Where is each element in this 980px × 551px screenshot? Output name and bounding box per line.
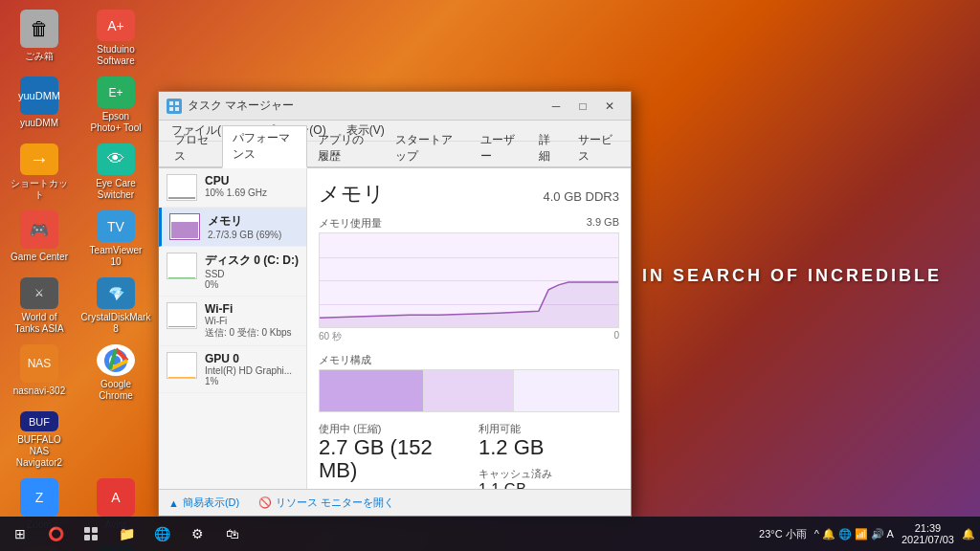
graph-max-label: 3.9 GB (587, 216, 619, 231)
memory-composition-section: メモリ構成 (319, 353, 619, 412)
sidebar-item-memory[interactable]: メモリ 2.7/3.9 GB (69%) (159, 208, 306, 247)
composition-label: メモリ構成 (319, 353, 619, 367)
gpu-detail: Intel(R) HD Graphi...1% (205, 365, 299, 386)
graph-time-labels: 60 秒 0 (319, 330, 619, 343)
sidebar-item-disk[interactable]: ディスク 0 (C: D:) SSD0% (159, 247, 306, 297)
titlebar-left: タスク マネージャー (167, 98, 294, 114)
desktop-icon-wot[interactable]: ⚔ World of Tanks ASIA (5, 273, 74, 340)
store-button[interactable]: 🛍 (217, 518, 248, 549)
cached-value: 1.1 GB (479, 481, 552, 489)
disk-label: ディスク 0 (C: D:) (205, 253, 299, 269)
cpu-mini-graph (167, 174, 197, 201)
memory-header: メモリ 4.0 GB DDR3 (319, 180, 619, 209)
svg-rect-6 (175, 107, 179, 111)
tab-bar: プロセス パフォーマンス アプリの履歴 スタートアップ ユーザー 詳細 サービス (159, 142, 631, 168)
time-label-right: 0 (613, 330, 619, 343)
desktop-icon-chrome[interactable]: Google Chrome (81, 340, 150, 407)
desktop-icon-yuudmm[interactable]: yuuDMM yuuDMM (5, 72, 74, 139)
desktop-icon-nasnavi[interactable]: NAS nasnavi-302 (5, 340, 74, 407)
simple-view-link[interactable]: ▲ 簡易表示(D) (168, 496, 239, 510)
stats-right: 利用可能 1.2 GB キャッシュ済み 1.1 GB (479, 422, 619, 489)
task-view-button[interactable] (76, 518, 106, 549)
titlebar-title: タスク マネージャー (188, 98, 294, 114)
tab-users[interactable]: ユーザー (470, 127, 528, 168)
titlebar-controls: ─ □ ✕ (543, 96, 623, 117)
memory-usage-graph-section: メモリ使用量 3.9 GB (319, 216, 619, 343)
tab-services[interactable]: サービス (568, 127, 626, 168)
cached-label: キャッシュ済み (479, 467, 552, 481)
file-explorer-button[interactable]: 📁 (111, 518, 142, 549)
stat-cached: キャッシュ済み 1.1 GB (479, 467, 552, 489)
in-use-label: 使用中 (圧縮) (319, 422, 459, 436)
memory-mini-graph (169, 213, 200, 240)
desktop-icon-studuino[interactable]: A+ Studuino Software (81, 5, 150, 72)
chrome-taskbar-button[interactable]: 🌐 (146, 518, 177, 549)
disk-detail: SSD0% (205, 269, 299, 290)
stat-available: 利用可能 1.2 GB (479, 422, 544, 459)
tab-startup[interactable]: スタートアップ (385, 127, 471, 168)
tab-performance[interactable]: パフォーマンス (222, 125, 308, 168)
memory-stats: 使用中 (圧縮) 2.7 GB (152 MB) コミット済み 4.8/8.0 … (319, 422, 619, 489)
desktop-icon-teamviewer[interactable]: TV TeamViewer 10 (81, 206, 150, 273)
wifi-label: Wi-Fi (205, 302, 299, 316)
desktop-icon-gamecenter[interactable]: 🎮 Game Center (5, 206, 74, 273)
desktop: /SUS IN SEARCH OF INCREDIBLE 🗑 ごみ箱 A+ St… (0, 0, 980, 551)
titlebar: タスク マネージャー ─ □ ✕ (159, 92, 631, 121)
desktop-icon-shortcut[interactable]: → ショートカット (5, 139, 74, 206)
svg-rect-10 (84, 535, 90, 540)
time-label-left: 60 秒 (319, 330, 342, 343)
sidebar-item-cpu[interactable]: CPU 10% 1.69 GHz (159, 168, 306, 208)
composition-seg-2 (424, 370, 514, 411)
search-button[interactable]: ⭕ (40, 518, 71, 549)
minimize-button[interactable]: ─ (543, 96, 569, 117)
taskbar-clock[interactable]: 21:39 2021/07/03 (902, 522, 954, 545)
desktop-icons-grid: 🗑 ごみ箱 A+ Studuino Software yuuDMM yuuDMM… (5, 5, 158, 551)
maximize-button[interactable]: □ (569, 96, 596, 117)
memory-detail: 2.7/3.9 GB (69%) (208, 230, 299, 240)
sidebar-item-wifi[interactable]: Wi-Fi Wi-Fi送信: 0 受信: 0 Kbps (159, 297, 306, 346)
content-area: CPU 10% 1.69 GHz メモリ 2.7/3.9 GB (69%) (159, 168, 631, 489)
tab-details[interactable]: 詳細 (528, 127, 568, 168)
sidebar-item-gpu[interactable]: GPU 0 Intel(R) HD Graphi...1% (159, 346, 306, 393)
start-button[interactable]: ⊞ (5, 518, 35, 549)
stats-left: 使用中 (圧縮) 2.7 GB (152 MB) コミット済み 4.8/8.0 … (319, 422, 459, 489)
desktop-icon-buffalo[interactable]: BUF BUFFALO NAS Navigator2 (5, 407, 74, 474)
svg-rect-8 (84, 527, 90, 533)
desktop-icon-eyecare[interactable]: 👁 Eye Care Switcher (81, 139, 150, 206)
resource-monitor-link[interactable]: 🚫 リソース モニターを開く (258, 496, 394, 510)
svg-rect-4 (175, 101, 179, 105)
wifi-mini-graph (167, 302, 197, 329)
close-button[interactable]: ✕ (596, 96, 623, 117)
task-manager-window: タスク マネージャー ─ □ ✕ ファイル(F) オプション(O) 表示(V) … (158, 91, 632, 517)
stat-in-use: 使用中 (圧縮) 2.7 GB (152 MB) (319, 422, 459, 482)
taskmanager-icon (167, 99, 182, 114)
tab-app-history[interactable]: アプリの履歴 (307, 127, 384, 168)
svg-rect-9 (92, 527, 98, 533)
gpu-label: GPU 0 (205, 352, 299, 365)
disk-mini-graph (167, 253, 197, 279)
memory-spec: 4.0 GB DDR3 (544, 189, 619, 204)
settings-button[interactable]: ⚙ (182, 518, 212, 549)
clock-date: 2021/07/03 (902, 534, 954, 545)
desktop-icon-crystaldiskmark[interactable]: 💎 CrystalDiskMark 8 (81, 273, 150, 340)
gpu-mini-graph (167, 352, 197, 379)
weather-text: 23°C 小雨 (759, 527, 807, 541)
available-label: 利用可能 (479, 422, 544, 436)
wifi-detail: Wi-Fi送信: 0 受信: 0 Kbps (205, 316, 299, 340)
cpu-label: CPU (205, 174, 299, 187)
graph-label-row: メモリ使用量 3.9 GB (319, 216, 619, 231)
bottom-bar: ▲ 簡易表示(D) 🚫 リソース モニターを開く (159, 489, 631, 516)
graph-label-text: メモリ使用量 (319, 216, 382, 231)
available-value: 1.2 GB (479, 436, 544, 459)
svg-marker-7 (320, 282, 618, 327)
desktop-icon-epson[interactable]: E+ Epson Photo+ Tool (81, 72, 150, 139)
sidebar: CPU 10% 1.69 GHz メモリ 2.7/3.9 GB (69%) (159, 168, 307, 489)
taskbar: ⊞ ⭕ 📁 🌐 ⚙ 🛍 23°C 小雨 ^ 🔔 🌐 📶 🔊 A 21:39 20… (0, 517, 980, 551)
desktop-icon-gomibako[interactable]: 🗑 ごみ箱 (5, 5, 74, 72)
arrow-icon: ▲ (168, 497, 179, 509)
composition-bar (319, 369, 619, 412)
notification-button[interactable]: 🔔 (962, 528, 975, 540)
tab-process[interactable]: プロセス (164, 127, 222, 168)
clock-time: 21:39 (915, 522, 942, 534)
memory-label: メモリ (208, 213, 299, 230)
